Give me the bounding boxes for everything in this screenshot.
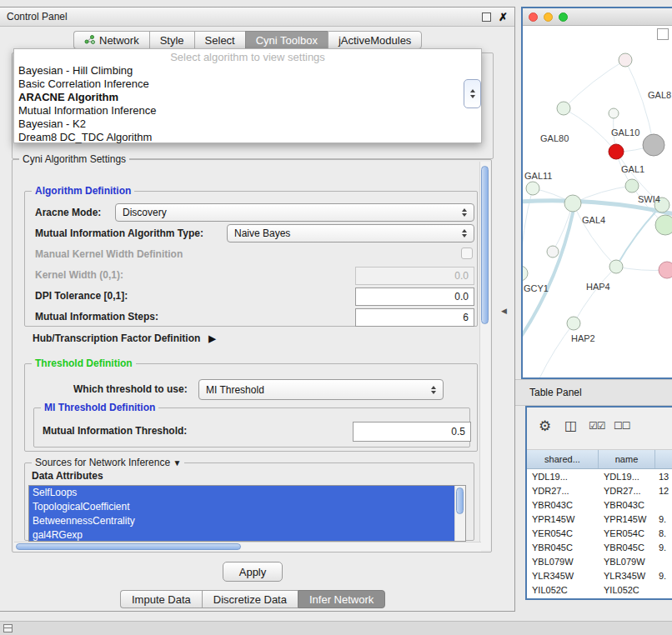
list-item[interactable]: SelfLoops bbox=[29, 486, 455, 500]
dropdown-item[interactable]: Dream8 DC_TDC Algorithm bbox=[14, 131, 481, 144]
sources-toggle[interactable]: Sources for Network Inference ▼ bbox=[32, 457, 184, 468]
network-node[interactable] bbox=[643, 134, 664, 156]
dropdown-item[interactable]: Mutual Information Inference bbox=[14, 104, 481, 118]
network-node[interactable] bbox=[609, 144, 624, 159]
table-row[interactable]: YER054CYER054C8. bbox=[527, 526, 672, 540]
field-value: 0.0 bbox=[454, 291, 469, 302]
table-cell: YPR145W bbox=[599, 514, 655, 524]
tab-cyni-toolbox[interactable]: Cyni Toolbox bbox=[245, 31, 328, 49]
manual-kernel-checkbox[interactable] bbox=[461, 248, 473, 259]
settings-gear-icon[interactable]: ⚙ bbox=[539, 418, 551, 435]
table-panel-title: Table Panel bbox=[529, 387, 582, 398]
network-edge[interactable] bbox=[539, 323, 574, 378]
table-header-row: shared... name bbox=[527, 450, 672, 469]
network-node[interactable] bbox=[609, 260, 623, 273]
group-title: MI Threshold Definition bbox=[41, 402, 158, 413]
expand-right-icon: ▶ bbox=[208, 333, 215, 344]
float-window-icon[interactable] bbox=[482, 12, 491, 22]
hub-definition-toggle[interactable]: Hub/Transcription Factor Definition ▶ bbox=[33, 332, 216, 344]
minimize-traffic-light-icon[interactable] bbox=[544, 12, 553, 22]
dropdown-item[interactable]: Basic Correlation Inference bbox=[14, 78, 481, 91]
kernel-width-field[interactable]: 0.0 bbox=[355, 267, 474, 285]
tab-infer-network[interactable]: Infer Network bbox=[298, 590, 385, 608]
zoom-traffic-light-icon[interactable] bbox=[559, 12, 568, 22]
dropdown-item[interactable]: Bayesian - K2 bbox=[14, 118, 481, 131]
columns-icon[interactable]: ◫ bbox=[564, 418, 577, 433]
network-node-label: HAP4 bbox=[586, 282, 610, 292]
tab-select[interactable]: Select bbox=[194, 31, 245, 49]
table-cell: YDL19... bbox=[599, 472, 655, 482]
list-item[interactable]: BetweennessCentrality bbox=[29, 514, 455, 528]
network-node[interactable] bbox=[547, 246, 559, 258]
column-header-extra[interactable] bbox=[655, 450, 672, 468]
network-edge[interactable] bbox=[564, 108, 616, 152]
table-row[interactable]: YIL052CYIL052C bbox=[527, 582, 672, 597]
close-icon[interactable]: ✗ bbox=[499, 12, 508, 22]
table-row[interactable]: YDL19...YDL19...13 bbox=[527, 469, 672, 483]
network-node[interactable] bbox=[625, 179, 639, 192]
network-node[interactable] bbox=[557, 102, 570, 115]
network-node[interactable] bbox=[564, 195, 581, 212]
column-header-name[interactable]: name bbox=[599, 450, 655, 468]
table-cell: YER054C bbox=[599, 528, 655, 538]
table-cell: YBR043C bbox=[599, 500, 655, 510]
splitpane-collapse-icon[interactable]: ◀ bbox=[501, 307, 507, 315]
table-row[interactable]: YBR045CYBR045C9. bbox=[527, 540, 672, 554]
network-edge[interactable] bbox=[564, 60, 625, 108]
mi-steps-field[interactable]: 6 bbox=[355, 308, 474, 327]
tab-discretize-data[interactable]: Discretize Data bbox=[202, 590, 298, 608]
table-row[interactable]: YDR27...YDR27...12 bbox=[527, 483, 672, 498]
table-row[interactable]: YBL079WYBL079W bbox=[527, 554, 672, 568]
tab-network[interactable]: Network bbox=[73, 31, 149, 49]
mi-type-combobox[interactable]: Naive Bayes bbox=[227, 224, 474, 242]
dropdown-item[interactable]: Bayesian - Hill Climbing bbox=[14, 64, 481, 78]
table-cell: YBL079W bbox=[599, 557, 655, 567]
network-node[interactable] bbox=[526, 182, 539, 195]
table-row[interactable]: YBR043CYBR043C bbox=[527, 498, 672, 512]
table-cell: YLR345W bbox=[599, 571, 655, 581]
network-node[interactable] bbox=[567, 317, 580, 330]
network-node[interactable] bbox=[619, 53, 632, 67]
list-item[interactable]: TopologicalCoefficient bbox=[29, 500, 455, 514]
field-value: 0.0 bbox=[454, 270, 469, 282]
network-node[interactable] bbox=[609, 108, 619, 118]
network-node[interactable] bbox=[523, 266, 528, 281]
dpi-tolerance-field[interactable]: 0.0 bbox=[355, 288, 474, 306]
field-value: 0.5 bbox=[451, 426, 465, 438]
table-row[interactable]: YPR145WYPR145W9. bbox=[527, 512, 672, 526]
list-item[interactable]: gal4RGexp bbox=[29, 528, 455, 542]
close-traffic-light-icon[interactable] bbox=[529, 12, 538, 22]
table-row[interactable]: YLR345WYLR345W9. bbox=[527, 568, 672, 582]
network-node[interactable] bbox=[655, 215, 672, 235]
network-node[interactable] bbox=[659, 262, 672, 278]
tab-label: Infer Network bbox=[309, 593, 374, 606]
which-threshold-combobox[interactable]: MI Threshold bbox=[198, 379, 444, 400]
dropdown-item-selected[interactable]: ARACNE Algorithm bbox=[14, 91, 481, 104]
select-all-icon[interactable]: ☑☑ bbox=[589, 420, 605, 432]
network-canvas[interactable]: GAL80GAL10GAL8GAL11GAL1SWI4GAL4GCY1HAP4H… bbox=[523, 25, 672, 378]
table-panel-header: Table Panel bbox=[515, 379, 672, 406]
network-edge[interactable] bbox=[616, 205, 662, 267]
apply-button[interactable]: Apply bbox=[223, 562, 283, 582]
network-edge[interactable] bbox=[573, 203, 616, 267]
table-cell: YDR27... bbox=[527, 486, 599, 496]
deselect-all-icon[interactable]: ☐☐ bbox=[614, 420, 630, 432]
overview-toggle-box[interactable] bbox=[657, 28, 669, 40]
tab-impute-data[interactable]: Impute Data bbox=[120, 590, 202, 608]
tab-style[interactable]: Style bbox=[149, 31, 194, 49]
settings-horizontal-scrollbar[interactable] bbox=[14, 542, 481, 552]
algorithm-combobox-fragment[interactable] bbox=[464, 79, 481, 108]
settings-vertical-scrollbar[interactable] bbox=[479, 162, 490, 550]
column-header-shared-name[interactable]: shared... bbox=[527, 450, 599, 468]
network-view-window: GAL80GAL10GAL8GAL11GAL1SWI4GAL4GCY1HAP4H… bbox=[521, 7, 672, 379]
combo-arrows-icon bbox=[431, 386, 436, 394]
hub-definition-label: Hub/Transcription Factor Definition bbox=[33, 332, 200, 344]
network-edge[interactable] bbox=[574, 267, 616, 323]
list-scrollbar[interactable] bbox=[454, 486, 465, 542]
network-edge[interactable] bbox=[523, 205, 574, 342]
tab-jactivemodules[interactable]: jActiveModules bbox=[328, 31, 422, 49]
table-cell: 13 bbox=[655, 472, 672, 482]
mi-threshold-field[interactable]: 0.5 bbox=[353, 422, 471, 442]
panel-dock-icon[interactable] bbox=[3, 624, 13, 632]
aracne-mode-combobox[interactable]: Discovery bbox=[115, 203, 474, 222]
